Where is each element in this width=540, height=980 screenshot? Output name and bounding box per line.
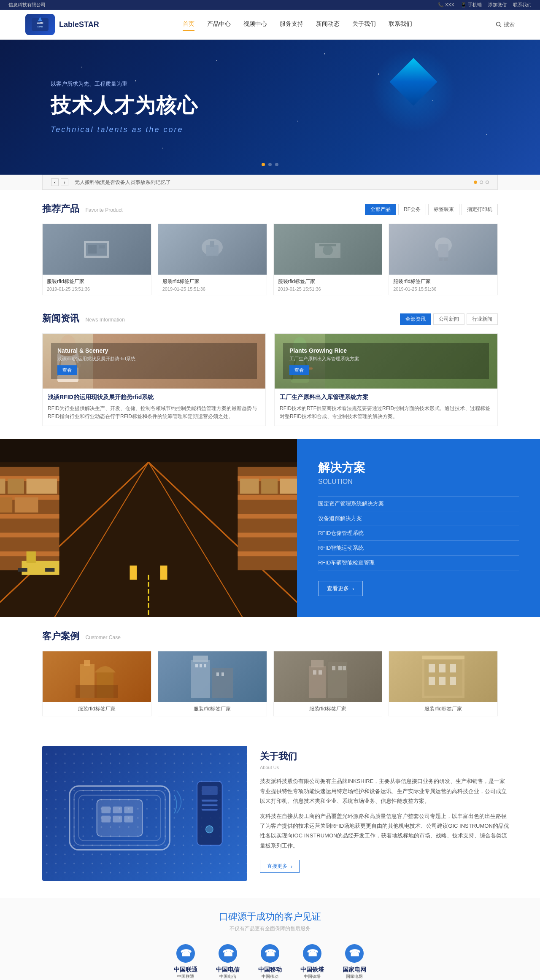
svg-rect-89 xyxy=(450,664,456,672)
products-header: 推荐产品 Favorite Product 全部产品 RF会务 标签装束 指定打… xyxy=(42,202,498,215)
ticker-next[interactable]: › xyxy=(61,178,68,186)
hero-title: 技术人才为核心 xyxy=(51,92,198,119)
case-card-4[interactable]: 服装rfid标签厂家 xyxy=(389,651,498,716)
ticker-circle-2[interactable] xyxy=(480,181,483,184)
about-desc-1: 技友派科技股份有限公司拥有主品牌INKSHIRE，主要从事信息接口业务的研发、生… xyxy=(260,776,510,806)
ticker-container: ‹ › 无人搬料物流是否设备人员事故系列记忆了 xyxy=(0,175,540,190)
case-card-3[interactable]: 服装rfid标签厂家 xyxy=(273,651,383,716)
hero-dot-1[interactable] xyxy=(262,163,265,166)
wechat-link[interactable]: 添加微信 xyxy=(488,2,507,8)
case-card-1[interactable]: 服装rfid标签厂家 xyxy=(42,651,151,716)
tab-label[interactable]: 标签装束 xyxy=(428,204,459,215)
solution-item-1[interactable]: 固定资产管理系统解决方案 xyxy=(318,496,519,511)
tab-all-news[interactable]: 全部资讯 xyxy=(400,313,431,325)
tab-company-news[interactable]: 公司新闻 xyxy=(433,313,464,325)
hero-dot-3[interactable] xyxy=(275,163,278,166)
news-overlay-sub-1: 浅谈rfid的运用规状及展开趋势rfid系统 xyxy=(57,356,251,362)
svg-line-5 xyxy=(500,26,502,27)
svg-text:☎: ☎ xyxy=(265,948,276,958)
tab-printer[interactable]: 指定打印机 xyxy=(462,204,498,215)
product-image-2 xyxy=(158,224,267,275)
solution-item-4[interactable]: RFID智能运动系统 xyxy=(318,541,519,556)
about-image-area xyxy=(42,746,247,881)
tab-rf[interactable]: RF会务 xyxy=(398,204,426,215)
nav-news[interactable]: 新闻动态 xyxy=(316,18,340,31)
solution-item-3[interactable]: RFID仓储管理系统 xyxy=(318,526,519,541)
ct-logo-4: ☎ 中国铁塔 中国铁塔 xyxy=(300,943,325,980)
news-section: 新闻资讯 News Information 全部资讯 公司新闻 行业新闻 xyxy=(0,308,540,439)
news-overlay-1: Natural & Scenery 浅谈rfid的运用规状及展开趋势rfid系统… xyxy=(43,334,265,389)
solution-see-more-btn[interactable]: 查看更多 › xyxy=(318,581,363,596)
hero-sub: 以客户所求为先、工程质量为重 xyxy=(51,80,198,88)
products-subtitle: Favorite Product xyxy=(85,207,122,213)
logo-china-mobile: ☎ 中国移动 中国移动 xyxy=(257,943,283,980)
ticker-prev[interactable]: ‹ xyxy=(51,178,59,186)
cases-section: 客户案例 Customer Case 服装rfid标签厂家 xyxy=(0,617,540,729)
svg-rect-73 xyxy=(200,664,202,667)
nav-about[interactable]: 关于我们 xyxy=(352,18,376,31)
ct-logo-3: ☎ 中国移动 中国移动 xyxy=(257,943,283,980)
svg-rect-47 xyxy=(0,498,12,513)
svg-rect-46 xyxy=(27,479,57,494)
news-overlay-title-1: Natural & Scenery xyxy=(57,347,251,354)
news-title-2: 工厂生产原料出入库管理系统方案 xyxy=(280,394,492,401)
svg-rect-52 xyxy=(238,514,297,518)
product-image-4 xyxy=(389,224,497,275)
case-card-2[interactable]: 服装rfid标签厂家 xyxy=(158,651,267,716)
news-card-1[interactable]: Natural & Scenery 浅谈rfid的运用规状及展开趋势rfid系统… xyxy=(42,333,266,426)
contact-link[interactable]: 联系我们 xyxy=(513,2,532,8)
svg-rect-88 xyxy=(439,664,446,672)
svg-rect-87 xyxy=(429,664,435,672)
ticker-bar: ‹ › 无人搬料物流是否设备人员事故系列记忆了 xyxy=(42,175,498,190)
svg-rect-54 xyxy=(238,552,297,556)
testimonials-title-prefix: 口碑源于成功的 xyxy=(219,911,284,922)
news-read-btn-2[interactable]: 查看 xyxy=(289,365,309,375)
svg-rect-18 xyxy=(439,258,443,261)
svg-rect-71 xyxy=(193,656,208,662)
svg-rect-110 xyxy=(202,809,218,811)
nav-home[interactable]: 首页 xyxy=(183,18,194,31)
search-area[interactable]: 搜索 xyxy=(496,21,515,28)
products-title-area: 推荐产品 Favorite Product xyxy=(42,202,123,215)
solution-item-5[interactable]: RFID车辆智能检查管理 xyxy=(318,556,519,570)
nav-contact[interactable]: 联系我们 xyxy=(389,18,412,31)
svg-rect-107 xyxy=(202,786,218,796)
nav-service[interactable]: 服务支持 xyxy=(280,18,303,31)
svg-rect-84 xyxy=(343,666,346,670)
ticker-circle-3[interactable] xyxy=(486,181,489,184)
hero-dot-2[interactable] xyxy=(268,163,272,166)
tab-all-products[interactable]: 全部产品 xyxy=(365,204,396,215)
news-image-1: Natural & Scenery 浅谈rfid的运用规状及展开趋势rfid系统… xyxy=(43,334,265,389)
case-image-4 xyxy=(389,651,497,702)
svg-text:☎: ☎ xyxy=(307,948,318,958)
solution-list: 固定资产管理系统解决方案 设备追踪解决方案 RFID仓储管理系统 RFID智能运… xyxy=(318,496,519,570)
solution-item-2[interactable]: 设备追踪解决方案 xyxy=(318,511,519,526)
product-card-2[interactable]: 服装rfid标签厂家 2019-01-25 15:51:36 xyxy=(158,224,267,295)
news-card-2[interactable]: Plants Growing Rice 工厂生产原料出入库管理系统方案 查看 工… xyxy=(274,333,498,426)
product-date-3: 2019-01-25 15:51:36 xyxy=(278,286,378,292)
product-card-1[interactable]: 服装rfid标签厂家 2019-01-25 15:51:36 xyxy=(42,224,151,295)
product-card-4[interactable]: 服装rfid标签厂家 2019-01-25 15:51:36 xyxy=(389,224,498,295)
product-date-1: 2019-01-25 15:51:36 xyxy=(47,286,147,292)
product-grid: 服装rfid标签厂家 2019-01-25 15:51:36 服装rfid标签厂… xyxy=(42,224,498,295)
product-info-1: 服装rfid标签厂家 2019-01-25 15:51:36 xyxy=(43,275,151,295)
svg-rect-56 xyxy=(261,479,278,494)
svg-rect-72 xyxy=(195,664,198,667)
svg-text:☎: ☎ xyxy=(349,948,360,958)
tab-industry-news[interactable]: 行业新闻 xyxy=(467,313,498,325)
ticker-circle-1[interactable] xyxy=(474,181,477,184)
svg-rect-76 xyxy=(221,672,224,676)
logo-icon: Lable STAR xyxy=(25,14,55,35)
logo-area: Lable STAR LableSTAR xyxy=(25,14,99,35)
nav-products[interactable]: 产品中心 xyxy=(207,18,231,31)
nav-video[interactable]: 视频中心 xyxy=(243,18,267,31)
product-card-3[interactable]: 服装rfid标签厂家 2019-01-25 15:51:36 xyxy=(273,224,383,295)
mobile-link[interactable]: 📱 手机端 xyxy=(461,2,482,8)
hero-dots xyxy=(262,163,278,166)
svg-rect-12 xyxy=(210,241,214,247)
about-read-more-btn[interactable]: 直接更多 › xyxy=(260,860,300,873)
solution-en: SOLUTION xyxy=(318,478,519,486)
news-overlay-text-2: Plants Growing Rice 工厂生产原料出入库管理系统方案 查看 xyxy=(283,343,489,379)
top-bar: 信息科技有限公司 📞 XXX 📱 手机端 添加微信 联系我们 xyxy=(0,0,540,10)
news-read-btn-1[interactable]: 查看 xyxy=(57,365,77,375)
